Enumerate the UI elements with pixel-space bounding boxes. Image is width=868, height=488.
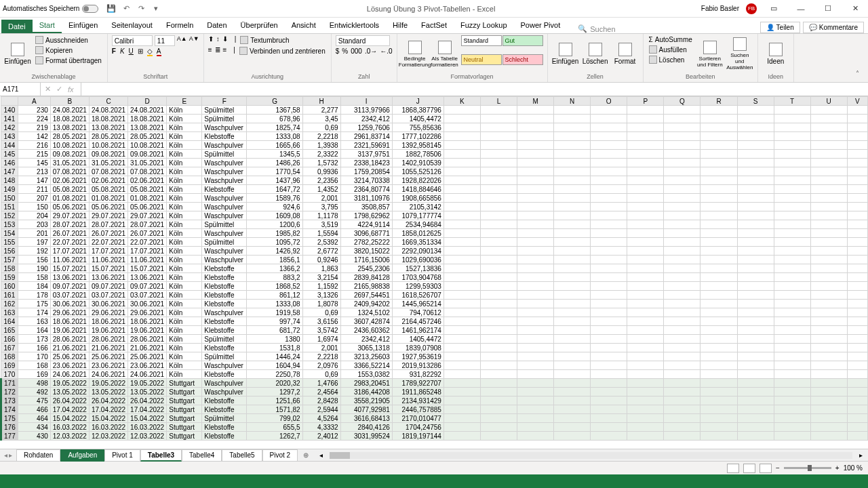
ideas-button[interactable]: Ideen <box>762 35 789 73</box>
sheet-tab-pivot2[interactable]: Pivot 2 <box>262 449 298 462</box>
table-row[interactable]: 14221913.08.202113.08.202113.08.2021Köln… <box>1 123 868 132</box>
row-header[interactable]: 141 <box>1 115 18 123</box>
delete-cells-button[interactable]: Löschen <box>582 35 609 73</box>
column-header-T[interactable]: T <box>774 97 810 106</box>
qat-dropdown-icon[interactable]: ▾ <box>151 4 161 14</box>
share-button[interactable]: 👤Teilen <box>760 22 800 33</box>
table-row[interactable]: 15519722.07.202122.07.202122.07.2021Köln… <box>1 238 868 247</box>
table-row[interactable]: 16018409.07.202109.07.202109.07.2021Köln… <box>1 282 868 291</box>
align-bottom-icon[interactable]: ⬇ <box>222 35 228 45</box>
autosum-button[interactable]: ΣAutoSumme <box>648 35 694 44</box>
maximize-icon[interactable]: ☐ <box>818 2 838 16</box>
sheet-nav-last-icon[interactable]: ▸ <box>9 451 12 459</box>
font-color-button[interactable]: A <box>157 47 161 56</box>
zoom-out-button[interactable]: − <box>776 464 780 472</box>
fill-button[interactable]: Ausfüllen <box>648 45 694 54</box>
row-header[interactable]: 176 <box>1 423 18 432</box>
table-row[interactable]: 14614531.05.202131.05.202131.05.2021Köln… <box>1 159 868 167</box>
table-row[interactable]: 14122418.08.202118.08.202118.08.2021Köln… <box>1 115 868 123</box>
table-row[interactable]: 16217530.06.202130.06.202130.06.2021Köln… <box>1 300 868 308</box>
table-row[interactable]: 16117803.07.202103.07.202103.07.2021Köln… <box>1 291 868 300</box>
row-header[interactable]: 156 <box>1 247 18 256</box>
normal-view-button[interactable] <box>727 464 739 473</box>
align-center-icon[interactable]: ≣ <box>215 46 220 56</box>
table-row[interactable]: 14521509.08.202109.08.202109.08.2021Köln… <box>1 150 868 159</box>
copy-button[interactable]: Kopieren <box>34 45 103 55</box>
comma-icon[interactable]: 000 <box>351 47 362 55</box>
decrease-decimal-icon[interactable]: ←.0 <box>380 47 392 55</box>
row-header[interactable]: 142 <box>1 123 18 132</box>
column-header-L[interactable]: L <box>480 97 517 106</box>
tab-file[interactable]: Datei <box>1 20 33 33</box>
border-button[interactable]: ⊞ <box>138 47 143 56</box>
align-middle-icon[interactable]: ↕ <box>216 35 220 45</box>
table-row[interactable]: 15819015.07.202115.07.202115.07.2021Köln… <box>1 264 868 273</box>
column-header-Q[interactable]: Q <box>664 97 701 106</box>
column-header-E[interactable]: E <box>167 97 202 106</box>
row-header[interactable]: 140 <box>1 106 18 115</box>
zoom-in-button[interactable]: + <box>835 464 840 472</box>
row-header[interactable]: 171 <box>1 379 18 388</box>
table-row[interactable]: 15715611.06.202111.06.202111.06.2021Köln… <box>1 256 868 264</box>
redo-icon[interactable]: ↷ <box>136 4 146 14</box>
search-label[interactable]: Suchen <box>590 25 615 33</box>
row-header[interactable]: 143 <box>1 132 18 141</box>
sheet-tab-tabelle3[interactable]: Tabelle3 <box>140 449 182 462</box>
table-row[interactable]: 15619217.07.202117.07.202117.07.2021Köln… <box>1 247 868 256</box>
name-box[interactable]: A171 <box>0 83 41 96</box>
column-header-M[interactable]: M <box>517 97 554 106</box>
align-left-icon[interactable]: ≡ <box>208 46 212 56</box>
zoom-slider[interactable] <box>784 467 831 469</box>
currency-icon[interactable]: $ <box>336 47 340 55</box>
collapse-ribbon-icon[interactable]: ˄ <box>856 70 865 79</box>
row-header[interactable]: 163 <box>1 308 18 317</box>
table-row[interactable]: 15915813.06.202113.06.202113.06.2021Köln… <box>1 273 868 282</box>
table-row[interactable]: 15320328.07.202128.07.202128.07.2021Köln… <box>1 220 868 229</box>
tab-hilfe[interactable]: Hilfe <box>386 18 414 33</box>
row-header[interactable]: 155 <box>1 238 18 247</box>
row-header[interactable]: 145 <box>1 150 18 159</box>
table-row[interactable]: 15220429.07.202129.07.202129.07.2021Köln… <box>1 211 868 220</box>
hscroll-left-icon[interactable]: ◂ <box>319 451 323 459</box>
table-row[interactable]: 16317429.06.202129.06.202129.06.2021Köln… <box>1 308 868 317</box>
table-row[interactable]: 14023024.08.202124.08.202124.08.2021Köln… <box>1 106 868 115</box>
column-header-B[interactable]: B <box>50 97 89 106</box>
tab-ansicht[interactable]: Ansicht <box>285 18 323 33</box>
decrease-font-icon[interactable]: A▼ <box>189 35 199 46</box>
find-select-button[interactable]: Suchen und Auswählen <box>726 35 753 73</box>
tab-fuzzy lookup[interactable]: Fuzzy Lookup <box>454 18 513 33</box>
table-row[interactable]: 16617328.06.202128.06.202128.06.2021Köln… <box>1 335 868 344</box>
page-layout-view-button[interactable] <box>743 464 755 473</box>
row-header[interactable]: 146 <box>1 159 18 167</box>
tab-einfügen[interactable]: Einfügen <box>62 18 104 33</box>
table-row[interactable]: 17347526.04.202226.04.202226.04.2022Stut… <box>1 396 868 405</box>
sheet-tab-aufgaben[interactable]: Aufgaben <box>60 449 104 462</box>
autosave-toggle[interactable] <box>82 5 98 13</box>
cut-button[interactable]: Ausschneiden <box>34 35 103 45</box>
column-header-V[interactable]: V <box>847 97 867 106</box>
paste-button[interactable]: Einfügen <box>4 35 31 73</box>
table-row[interactable]: 14921105.08.202105.08.202105.08.2021Köln… <box>1 185 868 194</box>
table-row[interactable]: 17743012.03.202212.03.202212.03.2022Stut… <box>1 432 868 441</box>
hscroll-right-icon[interactable]: ▸ <box>859 451 863 459</box>
sheet-tab-pivot1[interactable]: Pivot 1 <box>104 449 140 462</box>
column-header-I[interactable]: I <box>340 97 392 106</box>
row-header[interactable]: 147 <box>1 167 18 176</box>
table-row[interactable]: 17016924.06.202124.06.202124.06.2021Köln… <box>1 370 868 379</box>
table-row[interactable]: 15020701.08.202101.08.202101.08.2021Köln… <box>1 194 868 203</box>
sheet-nav-first-icon[interactable]: ◂ <box>4 451 7 459</box>
conditional-format-button[interactable]: Bedingte Formatierung <box>401 35 429 73</box>
column-header-K[interactable]: K <box>443 97 480 106</box>
table-row[interactable]: 16516419.06.202119.06.202119.06.2021Köln… <box>1 326 868 335</box>
increase-font-icon[interactable]: A▲ <box>177 35 187 46</box>
table-row[interactable]: 14314228.05.202128.05.202128.05.2021Köln… <box>1 132 868 141</box>
enter-formula-icon[interactable]: ✓ <box>56 85 62 94</box>
row-header[interactable]: 157 <box>1 256 18 264</box>
save-icon[interactable]: 💾 <box>106 4 116 14</box>
table-row[interactable]: 14421610.08.202110.08.202110.08.2021Köln… <box>1 141 868 150</box>
table-row[interactable]: 14814702.06.202102.06.202102.06.2021Köln… <box>1 176 868 185</box>
sort-filter-button[interactable]: Sortieren und Filtern <box>696 35 724 73</box>
clear-button[interactable]: Löschen <box>648 55 694 64</box>
align-top-icon[interactable]: ⬆ <box>208 35 214 45</box>
table-row[interactable]: 14721307.08.202107.08.202107.08.2021Köln… <box>1 167 868 176</box>
